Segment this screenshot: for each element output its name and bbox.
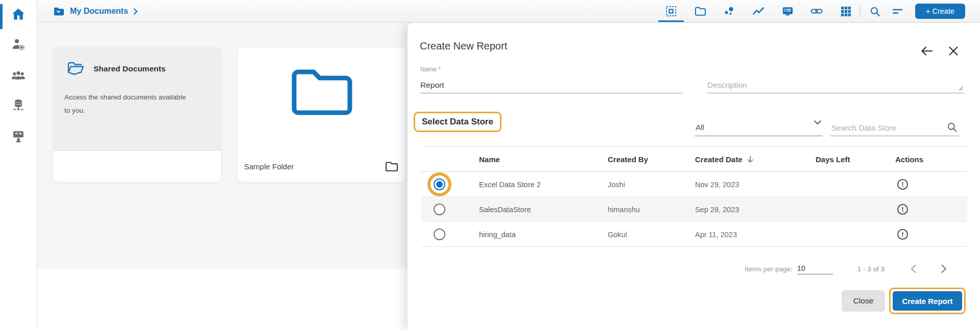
select-data-store-label: Select Data Store bbox=[422, 117, 493, 127]
next-page-button[interactable] bbox=[938, 263, 950, 275]
search-data-store-field bbox=[830, 118, 960, 136]
topbar-divider bbox=[860, 6, 861, 17]
back-button[interactable] bbox=[920, 44, 934, 58]
sidebar-item-data-store[interactable] bbox=[11, 98, 26, 113]
sort-button[interactable] bbox=[892, 5, 904, 17]
header-created-date[interactable]: Created Date bbox=[695, 155, 816, 164]
items-per-page-input[interactable] bbox=[797, 264, 833, 274]
tab-tables[interactable] bbox=[840, 5, 852, 17]
items-per-page-label: Items per page: bbox=[745, 265, 793, 273]
header-created-by[interactable]: Created By bbox=[608, 155, 695, 164]
active-indicator bbox=[0, 4, 3, 29]
board-icon bbox=[782, 6, 794, 17]
breadcrumb-label[interactable]: My Documents bbox=[70, 7, 128, 16]
sort-desc-icon bbox=[747, 156, 754, 163]
back-arrow-icon bbox=[921, 46, 933, 56]
close-button[interactable]: Close bbox=[842, 290, 885, 312]
data-store-type-dropdown[interactable]: All bbox=[695, 118, 823, 136]
shared-card-title: Shared Documents bbox=[93, 64, 165, 73]
sidebar bbox=[0, 0, 37, 331]
select-data-store-highlight: Select Data Store bbox=[414, 112, 501, 132]
dropdown-selected-value: All bbox=[696, 123, 704, 132]
chevron-right-icon bbox=[941, 264, 947, 273]
tab-links[interactable] bbox=[810, 5, 823, 17]
shared-card-footer bbox=[53, 150, 221, 182]
header-actions: Actions bbox=[895, 155, 967, 164]
folder-icon bbox=[695, 6, 706, 16]
small-folder-icon[interactable] bbox=[385, 161, 398, 172]
close-icon bbox=[948, 46, 959, 56]
tab-trends[interactable] bbox=[752, 5, 764, 17]
header-name[interactable]: Name bbox=[479, 155, 608, 164]
pagination-range: 1 - 3 of 3 bbox=[857, 265, 885, 273]
report-name-input[interactable] bbox=[420, 81, 683, 90]
resize-handle-icon[interactable] bbox=[958, 86, 963, 91]
cell-created-by: Gokul bbox=[608, 231, 695, 239]
create-report-button[interactable]: Create Report bbox=[893, 291, 962, 311]
shared-documents-card[interactable]: Shared Documents Access the shared docum… bbox=[53, 47, 221, 182]
expiry-warning-icon[interactable]: ! bbox=[897, 229, 908, 240]
table-icon bbox=[841, 6, 851, 17]
tab-boards[interactable] bbox=[781, 5, 794, 17]
description-input[interactable] bbox=[707, 81, 964, 90]
chevron-down-icon bbox=[814, 120, 822, 125]
tab-bubble-charts[interactable] bbox=[723, 5, 735, 17]
table-row[interactable]: Excel Data Store 2 Joshi Nov 29, 2023 ! bbox=[421, 172, 967, 197]
previous-page-button[interactable] bbox=[907, 263, 919, 275]
user-settings-icon bbox=[11, 37, 26, 52]
data-store-icon bbox=[11, 98, 26, 113]
search-button[interactable] bbox=[869, 5, 881, 17]
bubble-chart-icon bbox=[724, 6, 735, 17]
home-icon bbox=[11, 7, 26, 21]
row-radio-button[interactable] bbox=[434, 228, 445, 240]
big-folder-icon bbox=[291, 67, 353, 116]
sample-folder-card[interactable]: Sample Folder bbox=[237, 47, 405, 182]
sidebar-item-user-groups[interactable] bbox=[11, 68, 26, 83]
close-dialog-button[interactable] bbox=[947, 44, 960, 58]
filter-icon bbox=[893, 8, 903, 15]
create-report-highlight: Create Report bbox=[889, 288, 966, 314]
create-report-dialog: Create New Report Name * Select Data Sto… bbox=[408, 23, 980, 331]
table-header-row: Name Created By Created Date Days Left A… bbox=[421, 146, 967, 172]
topbar-actions: + Create bbox=[665, 0, 965, 22]
row-radio-button[interactable] bbox=[434, 203, 445, 215]
table-row[interactable]: hiring_data Gokul Apr 11, 2023 ! bbox=[421, 222, 967, 247]
search-icon[interactable] bbox=[947, 122, 958, 133]
cell-created-date: Sep 28, 2023 bbox=[695, 206, 816, 214]
description-field bbox=[707, 65, 964, 93]
search-icon bbox=[870, 6, 880, 17]
data-store-table: Name Created By Created Date Days Left A… bbox=[421, 146, 967, 247]
cell-name: SalesDataStore bbox=[479, 206, 608, 214]
link-icon bbox=[810, 8, 823, 15]
header-days-left[interactable]: Days Left bbox=[816, 155, 895, 164]
sample-folder-label: Sample Folder bbox=[244, 162, 294, 171]
dialog-title: Create New Report bbox=[420, 40, 507, 52]
tab-dashboard[interactable] bbox=[665, 5, 677, 17]
sidebar-item-home[interactable] bbox=[11, 7, 26, 22]
shared-folder-icon bbox=[66, 61, 85, 77]
cell-created-date: Apr 11, 2023 bbox=[695, 231, 816, 239]
expiry-warning-icon[interactable]: ! bbox=[897, 204, 908, 215]
create-button[interactable]: + Create bbox=[915, 4, 965, 19]
expiry-warning-icon[interactable]: ! bbox=[897, 179, 908, 190]
data-store-table-body: Excel Data Store 2 Joshi Nov 29, 2023 ! … bbox=[421, 172, 967, 247]
tab-folders[interactable] bbox=[694, 5, 706, 17]
table-row[interactable]: SalesDataStore himanshu Sep 28, 2023 ! bbox=[421, 197, 967, 222]
cell-actions: ! bbox=[895, 229, 967, 240]
cell-name: hiring_data bbox=[479, 231, 608, 239]
search-data-store-input[interactable] bbox=[831, 123, 939, 133]
row-radio-cell bbox=[421, 222, 479, 247]
sidebar-item-kiosk[interactable] bbox=[11, 129, 26, 144]
line-chart-icon bbox=[753, 7, 764, 16]
pagination-bar: Items per page: 1 - 3 of 3 bbox=[421, 259, 967, 279]
shared-card-description: Access the shared documents available to… bbox=[53, 77, 221, 118]
cell-actions: ! bbox=[895, 179, 967, 190]
sidebar-item-user-settings[interactable] bbox=[11, 37, 26, 52]
report-name-field: Name * bbox=[420, 65, 683, 93]
row-radio-cell bbox=[421, 172, 479, 197]
cell-actions: ! bbox=[895, 204, 967, 215]
cell-name: Excel Data Store 2 bbox=[479, 181, 608, 189]
row-radio-button[interactable] bbox=[434, 179, 445, 190]
cell-created-by: himanshu bbox=[608, 206, 695, 214]
breadcrumb[interactable]: My Documents bbox=[53, 0, 138, 22]
